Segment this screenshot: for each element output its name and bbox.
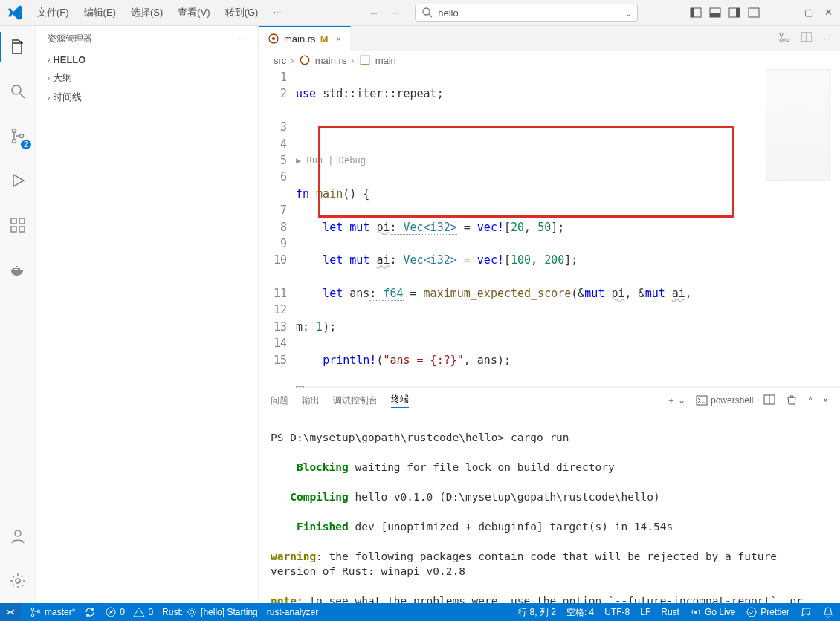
svg-rect-5 <box>710 13 720 17</box>
terminal-content[interactable]: PS D:\mysetup\gopath\rustcode\hello> car… <box>259 412 840 603</box>
breadcrumb-file[interactable]: main.rs <box>315 55 347 66</box>
symbol-function-icon <box>359 54 371 66</box>
sidebar-explorer: 资源管理器 ··· ›HELLO ›大纲 ›时间线 <box>36 26 259 603</box>
activity-scm-icon[interactable]: 2 <box>0 121 36 151</box>
svg-point-9 <box>12 85 21 94</box>
status-branch[interactable]: master* <box>30 606 75 618</box>
sidebar-header: 资源管理器 ··· <box>36 26 258 51</box>
status-position[interactable]: 行 8, 列 2 <box>518 606 556 619</box>
scm-badge: 2 <box>21 140 31 149</box>
minimap[interactable] <box>766 69 830 181</box>
activity-explorer-icon[interactable] <box>0 32 36 62</box>
sidebar-title: 资源管理器 <box>48 33 92 45</box>
panel-maximize-icon[interactable]: ^ <box>808 395 812 406</box>
panel-close-icon[interactable]: × <box>823 395 828 406</box>
breadcrumb[interactable]: src› main.rs› main <box>259 51 840 69</box>
status-spaces[interactable]: 空格: 4 <box>566 606 594 619</box>
layout-customize-icon[interactable] <box>748 7 760 19</box>
sidebar-section-timeline[interactable]: ›时间线 <box>36 88 258 107</box>
svg-point-18 <box>15 530 21 536</box>
svg-rect-7 <box>736 8 740 17</box>
window-minimize-icon[interactable]: — <box>784 7 795 19</box>
status-lang[interactable]: Rust <box>661 607 679 617</box>
svg-point-13 <box>19 134 23 138</box>
status-rust-analyzer[interactable]: rust-analyzer <box>267 607 318 617</box>
nav-back-icon[interactable]: ← <box>369 7 378 19</box>
window-maximize-icon[interactable]: ▢ <box>803 7 815 19</box>
layout-panel-icon[interactable] <box>709 7 721 19</box>
status-bell-icon[interactable] <box>822 606 834 618</box>
panel-tab-terminal[interactable]: 终端 <box>391 393 409 408</box>
layout-primary-icon[interactable] <box>690 7 702 19</box>
status-feedback-icon[interactable] <box>800 606 812 618</box>
tab-close-icon[interactable]: × <box>335 33 341 45</box>
activity-extensions-icon[interactable] <box>0 210 36 240</box>
menu-overflow[interactable]: ··· <box>267 3 287 22</box>
terminal-new-icon[interactable]: ＋ ⌄ <box>667 394 685 407</box>
terminal-profile[interactable]: powershell <box>696 394 753 406</box>
highlight-box-editor <box>318 126 734 218</box>
vscode-logo-icon <box>6 4 24 22</box>
main-area: 2 资源管理器 ··· ›HELLO ›大纲 ›时间线 main.rs M × <box>0 26 840 603</box>
code-content[interactable]: use std::iter::repeat; ▶ Run | Debug fn … <box>296 69 840 388</box>
svg-point-12 <box>12 140 16 143</box>
chevron-right-icon: › <box>48 74 50 82</box>
tab-label: main.rs <box>284 33 316 45</box>
panel-tabs: 问题 输出 调试控制台 终端 ＋ ⌄ powershell ^ × <box>259 388 840 412</box>
activity-settings-icon[interactable] <box>0 566 36 596</box>
status-rust[interactable]: Rust: [hello] Starting <box>162 606 258 618</box>
sidebar-section-outline[interactable]: ›大纲 <box>36 68 258 88</box>
status-prettier[interactable]: Prettier <box>746 606 789 618</box>
menu-file[interactable]: 文件(F) <box>31 3 75 22</box>
activity-docker-icon[interactable] <box>0 255 36 285</box>
activity-account-icon[interactable] <box>0 521 36 551</box>
activity-search-icon[interactable] <box>0 77 36 106</box>
status-errors[interactable]: 0 0 <box>105 606 153 618</box>
status-sync-icon[interactable] <box>84 606 96 618</box>
status-remote-icon[interactable] <box>0 603 21 621</box>
svg-point-38 <box>747 608 756 617</box>
svg-point-23 <box>780 39 783 42</box>
tab-main-rs[interactable]: main.rs M × <box>259 26 351 51</box>
terminal-split-icon[interactable] <box>763 394 775 408</box>
svg-rect-3 <box>691 8 694 17</box>
nav-forward-icon[interactable]: → <box>390 7 400 19</box>
panel-tab-debug[interactable]: 调试控制台 <box>333 394 378 407</box>
menu-go[interactable]: 转到(G) <box>219 3 265 22</box>
svg-rect-28 <box>361 56 369 64</box>
code-editor[interactable]: 123456789101112131415 use std::iter::rep… <box>259 69 840 388</box>
editor-tabs: main.rs M × ··· <box>259 26 840 51</box>
svg-point-36 <box>190 611 194 614</box>
breadcrumb-symbol[interactable]: main <box>375 55 396 66</box>
panel-tab-problems[interactable]: 问题 <box>271 394 288 407</box>
svg-point-22 <box>780 33 783 36</box>
svg-rect-14 <box>11 218 16 224</box>
status-eol[interactable]: LF <box>640 607 650 617</box>
split-editor-icon[interactable] <box>801 31 812 45</box>
activity-debug-icon[interactable] <box>0 166 36 195</box>
svg-rect-17 <box>19 218 25 224</box>
command-center[interactable]: hello ⌄ <box>415 4 638 22</box>
codelens-run-debug[interactable]: ▶ Run | Debug <box>296 152 840 169</box>
window-close-icon[interactable]: ✕ <box>822 7 834 19</box>
status-golive[interactable]: Go Live <box>690 606 735 618</box>
breadcrumb-src[interactable]: src <box>274 55 286 66</box>
terminal-kill-icon[interactable] <box>786 394 798 408</box>
menu-edit[interactable]: 编辑(E) <box>78 3 122 22</box>
sidebar-more-icon[interactable]: ··· <box>239 33 246 44</box>
compare-changes-icon[interactable] <box>778 31 790 45</box>
status-encoding[interactable]: UTF-8 <box>604 607 630 617</box>
status-bar: master* 0 0 Rust: [hello] Starting rust-… <box>0 603 840 621</box>
svg-point-37 <box>694 611 697 614</box>
menu-view[interactable]: 查看(V) <box>172 3 216 22</box>
more-actions-icon[interactable]: ··· <box>823 33 831 44</box>
chevron-right-icon: › <box>48 94 50 102</box>
svg-point-32 <box>31 608 34 611</box>
chevron-down-icon[interactable]: ⌄ <box>624 7 633 19</box>
title-bar: 文件(F) 编辑(E) 选择(S) 查看(V) 转到(G) ··· ← → he… <box>0 0 840 26</box>
panel-tab-output[interactable]: 输出 <box>302 394 320 407</box>
menu-selection[interactable]: 选择(S) <box>125 3 169 22</box>
sidebar-section-hello[interactable]: ›HELLO <box>36 51 258 68</box>
search-icon <box>421 7 433 19</box>
layout-secondary-icon[interactable] <box>728 7 740 19</box>
